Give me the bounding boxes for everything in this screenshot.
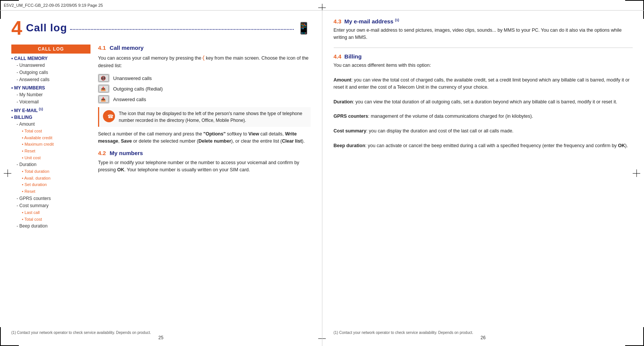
sidebar-subitem-reset-1: Reset <box>11 148 90 155</box>
sidebar-item-unanswered: Unanswered <box>11 62 90 69</box>
answered-icon: 📥 <box>98 95 109 103</box>
sidebar-item-duration: Duration <box>11 161 90 168</box>
sidebar-item-voicemail: Voicemail <box>11 98 90 106</box>
note-text: The icon that may be displayed to the le… <box>119 110 307 124</box>
section-4-4-body: You can access different items with this… <box>334 62 633 150</box>
section-4-3-body: Enter your own e-mail address to send pi… <box>334 27 633 42</box>
section-4-4-item-amount: Amount: you can view the total cost of c… <box>334 77 633 91</box>
section-4-2-heading: 4.2 My numbers <box>98 150 311 156</box>
sidebar-section-billing: BILLING Amount Total cost Available cred… <box>11 115 90 230</box>
section-4-1-heading: 4.1 Call memory <box>98 45 311 51</box>
sidebar-subitem-last-call: Last call <box>11 209 90 216</box>
section-4-3-number: 4.3 <box>334 18 342 25</box>
call-item-outgoing: 📤 Outgoing calls (Redial) <box>98 85 311 93</box>
sidebar-subitem-total-duration: Total duration <box>11 168 90 175</box>
sidebar-section-title-my-email: MY E-MAIL (1) <box>11 107 90 113</box>
sidebar-title: CALL LOG <box>11 45 90 54</box>
section-4-4-item-beep: Beep duration: you can activate or cance… <box>334 142 633 149</box>
section-4-4-item-duration: Duration: you can view the total duratio… <box>334 98 633 106</box>
svg-text:☎: ☎ <box>107 114 113 119</box>
sidebar-item-answered: Answered calls <box>11 76 90 83</box>
section-divider <box>334 48 633 48</box>
chapter-dots <box>70 29 293 30</box>
sidebar-subitem-set-duration: Set duration <box>11 181 90 188</box>
section-4-4: 4.4 Billing You can access different ite… <box>334 53 633 150</box>
section-4-4-item-gprs: GPRS counters: management of the volume … <box>334 113 633 120</box>
note-icon: ☎ <box>103 110 115 122</box>
section-4-4-title: Billing <box>344 53 362 60</box>
section-4-4-intro: You can access different items with this… <box>334 62 633 69</box>
content-row: CALL LOG CALL MEMORY Unanswered Outgoing… <box>11 45 311 231</box>
page-right: 4.3 My e-mail address (1) Enter your own… <box>322 11 644 346</box>
section-4-2-title: My numbers <box>110 150 143 156</box>
section-4-1-body: You can access your call memory by press… <box>98 54 311 69</box>
section-4-3: 4.3 My e-mail address (1) Enter your own… <box>334 18 633 42</box>
sidebar-item-amount: Amount <box>11 121 90 128</box>
section-4-2-body: Type in or modify your telephone number … <box>98 159 311 174</box>
answered-label: Answered calls <box>113 97 146 102</box>
sidebar-subitem-available-credit: Available credit <box>11 135 90 141</box>
sidebar-subitem-unit-cost: Unit cost <box>11 155 90 161</box>
section-4-3-title: My e-mail address (1) <box>344 18 399 25</box>
sidebar-subitem-maximum-credit: Maximum credit <box>11 141 90 148</box>
note-box: ☎ The icon that may be displayed to the … <box>98 107 311 127</box>
chapter-title: Call log <box>26 22 67 34</box>
svg-text:📤: 📤 <box>101 86 106 91</box>
section-4-2-number: 4.2 <box>98 150 106 156</box>
page-number-left: 25 <box>158 335 163 340</box>
section-4-4-heading: 4.4 Billing <box>334 53 633 60</box>
section-4-4-item-cost-summary: Cost summary: you can display the durati… <box>334 128 633 135</box>
section-4-4-number: 4.4 <box>334 53 342 60</box>
pages-container: 4 Call log 📱 CALL LOG CALL MEMORY Unansw… <box>0 11 644 346</box>
sidebar-subitem-total-cost-2: Total cost <box>11 216 90 223</box>
outgoing-icon: 📤 <box>98 85 109 93</box>
section-4-1-body-2: Select a number of the call memory and p… <box>98 131 311 145</box>
footnote-right: (1) Contact your network operator to che… <box>334 331 633 335</box>
sidebar-item-my-number: My Number <box>11 91 90 98</box>
sidebar: CALL LOG CALL MEMORY Unanswered Outgoing… <box>11 45 90 231</box>
sidebar-section-call-memory: CALL MEMORY Unanswered Outgoing calls An… <box>11 56 90 84</box>
sidebar-subitem-reset-2: Reset <box>11 188 90 195</box>
page-number-right: 26 <box>481 335 486 340</box>
svg-text:📥: 📥 <box>101 97 106 102</box>
chapter-heading: 4 Call log 📱 <box>11 18 311 38</box>
header-bar: E5V2_UM_FCC-GB_22-09-05 22/09/05 9:19 Pa… <box>0 0 644 11</box>
call-item-unanswered: 📵 Unanswered calls <box>98 74 311 82</box>
sidebar-section-my-numbers: MY NUMBERS My Number Voicemail <box>11 85 90 106</box>
sidebar-subitem-avail-duration: Avail. duration <box>11 175 90 182</box>
sidebar-subitem-total-cost: Total cost <box>11 128 90 135</box>
sidebar-section-title-billing: BILLING <box>11 115 90 120</box>
sidebar-item-beep-duration: Beep duration <box>11 223 90 230</box>
sidebar-item-cost-summary: Cost summary <box>11 202 90 209</box>
unanswered-icon: 📵 <box>98 74 109 82</box>
footnote-left: (1) Contact your network operator to che… <box>11 331 311 335</box>
call-item-answered: 📥 Answered calls <box>98 95 311 103</box>
section-4-1-title: Call memory <box>110 45 144 51</box>
main-content: 4.1 Call memory You can access your call… <box>98 45 311 231</box>
phone-book-icon: 📱 <box>297 22 311 35</box>
sidebar-section-title-my-numbers: MY NUMBERS <box>11 85 90 91</box>
sidebar-section-title-call-memory: CALL MEMORY <box>11 56 90 61</box>
sidebar-item-outgoing: Outgoing calls <box>11 69 90 76</box>
sidebar-section-my-email: MY E-MAIL (1) <box>11 107 90 113</box>
section-4-1-number: 4.1 <box>98 45 106 51</box>
svg-text:📵: 📵 <box>101 75 106 81</box>
chapter-number: 4 <box>11 18 22 38</box>
sidebar-item-gprs: GPRS counters <box>11 195 90 202</box>
header-text: E5V2_UM_FCC-GB_22-09-05 22/09/05 9:19 Pa… <box>4 3 103 8</box>
page-left: 4 Call log 📱 CALL LOG CALL MEMORY Unansw… <box>0 11 322 346</box>
unanswered-label: Unanswered calls <box>113 75 152 81</box>
outgoing-label: Outgoing calls (Redial) <box>113 86 163 92</box>
section-4-3-heading: 4.3 My e-mail address (1) <box>334 18 633 25</box>
